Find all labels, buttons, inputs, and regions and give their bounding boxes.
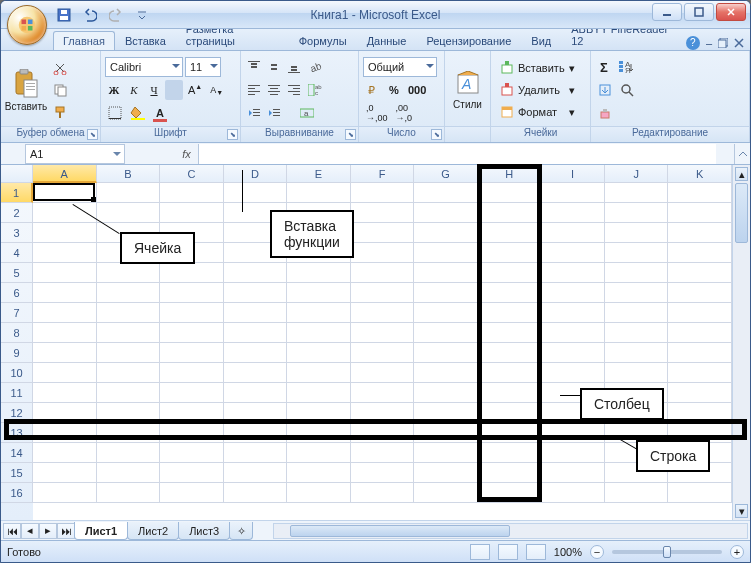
number-launcher-icon[interactable]: ⬊ (431, 129, 442, 140)
row-header-9[interactable]: 9 (1, 343, 33, 363)
align-middle-button[interactable] (265, 57, 283, 77)
wrap-text-button[interactable]: abc (305, 80, 325, 100)
formula-input[interactable] (199, 144, 716, 164)
sort-filter-button[interactable]: AЯ (615, 57, 637, 77)
view-layout-button[interactable] (498, 544, 518, 560)
tab-view[interactable]: Вид (521, 31, 561, 50)
insert-function-button[interactable]: fx (175, 144, 199, 164)
scroll-up-button[interactable]: ▴ (735, 167, 748, 181)
fill-button[interactable] (595, 80, 615, 100)
paste-button[interactable]: Вставить (5, 54, 47, 126)
qat-customize-button[interactable] (131, 5, 153, 25)
office-button[interactable] (7, 5, 47, 45)
vertical-scrollbar[interactable]: ▴ ▾ (732, 165, 750, 520)
mdi-restore-icon[interactable] (718, 38, 728, 48)
font-size-combo[interactable]: 11 (185, 57, 221, 77)
fill-color-button[interactable] (127, 103, 149, 123)
grow-font-button[interactable]: A▲ (185, 80, 205, 100)
format-painter-button[interactable] (50, 102, 70, 122)
col-header-F[interactable]: F (351, 165, 415, 183)
tab-review[interactable]: Рецензирование (416, 31, 521, 50)
zoom-slider[interactable] (612, 550, 722, 554)
row-header-14[interactable]: 14 (1, 443, 33, 463)
percent-button[interactable]: % (385, 80, 403, 100)
comma-button[interactable]: 000 (405, 80, 429, 100)
font-color-button[interactable]: A (151, 103, 169, 123)
qat-save-button[interactable] (53, 5, 75, 25)
clear-button[interactable] (595, 103, 615, 123)
cut-button[interactable] (50, 58, 70, 78)
row-header-1[interactable]: 1 (1, 183, 33, 203)
row-header-4[interactable]: 4 (1, 243, 33, 263)
column-headers[interactable]: ABCDEFGHIJK (33, 165, 732, 183)
alignment-launcher-icon[interactable]: ⬊ (345, 129, 356, 140)
col-header-C[interactable]: C (160, 165, 224, 183)
row-header-12[interactable]: 12 (1, 403, 33, 423)
currency-button[interactable]: ₽ (363, 80, 383, 100)
col-header-G[interactable]: G (414, 165, 478, 183)
border-button[interactable] (105, 103, 125, 123)
col-header-A[interactable]: A (33, 165, 97, 183)
merge-button[interactable]: a (285, 103, 329, 123)
row-header-16[interactable]: 16 (1, 483, 33, 503)
col-header-D[interactable]: D (224, 165, 288, 183)
styles-button[interactable]: A Стили (449, 54, 486, 126)
align-center-button[interactable] (265, 80, 283, 100)
row-header-13[interactable]: 13 (1, 423, 33, 443)
align-bottom-button[interactable] (285, 57, 303, 77)
align-top-button[interactable] (245, 57, 263, 77)
cells-format-button[interactable]: Формат▾ (495, 102, 580, 122)
align-right-button[interactable] (285, 80, 303, 100)
minimize-button[interactable] (652, 3, 682, 21)
increase-decimal-button[interactable]: ,0→,00 (363, 103, 391, 123)
qat-undo-button[interactable] (79, 5, 101, 25)
sheet-tab-1[interactable]: Лист1 (74, 522, 128, 540)
align-left-button[interactable] (245, 80, 263, 100)
select-all-corner[interactable] (1, 165, 33, 183)
row-header-10[interactable]: 10 (1, 363, 33, 383)
row-header-15[interactable]: 15 (1, 463, 33, 483)
col-header-B[interactable]: B (97, 165, 161, 183)
number-format-combo[interactable]: Общий (363, 57, 437, 77)
sheet-nav-prev[interactable]: ◂ (21, 523, 39, 539)
copy-button[interactable] (50, 80, 70, 100)
view-pagebreak-button[interactable] (526, 544, 546, 560)
autosum-button[interactable]: Σ (595, 57, 613, 77)
mdi-close-icon[interactable] (734, 38, 744, 48)
sheet-nav-first[interactable]: ⏮ (3, 523, 21, 539)
row-header-7[interactable]: 7 (1, 303, 33, 323)
zoom-out-button[interactable]: − (590, 545, 604, 559)
vscroll-thumb[interactable] (735, 183, 748, 243)
tab-formulas[interactable]: Формулы (289, 31, 357, 50)
clipboard-launcher-icon[interactable]: ⬊ (87, 129, 98, 140)
tab-insert[interactable]: Вставка (115, 31, 176, 50)
scroll-down-button[interactable]: ▾ (735, 504, 748, 518)
col-header-J[interactable]: J (605, 165, 669, 183)
row-header-11[interactable]: 11 (1, 383, 33, 403)
cells-insert-button[interactable]: Вставить▾ (495, 58, 580, 78)
horizontal-scrollbar[interactable] (273, 523, 748, 539)
shrink-font-button[interactable]: A▼ (207, 80, 226, 100)
zoom-level[interactable]: 100% (554, 546, 582, 558)
row-header-8[interactable]: 8 (1, 323, 33, 343)
italic-button[interactable]: К (125, 80, 143, 100)
sheet-tab-2[interactable]: Лист2 (127, 522, 179, 540)
row-header-2[interactable]: 2 (1, 203, 33, 223)
row-header-6[interactable]: 6 (1, 283, 33, 303)
close-button[interactable] (716, 3, 746, 21)
increase-indent-button[interactable] (265, 103, 283, 123)
decrease-indent-button[interactable] (245, 103, 263, 123)
sheet-tab-3[interactable]: Лист3 (178, 522, 230, 540)
view-normal-button[interactable] (470, 544, 490, 560)
sheet-nav-last[interactable]: ⏭ (57, 523, 75, 539)
hscroll-thumb[interactable] (290, 525, 510, 537)
bold-button[interactable]: Ж (105, 80, 123, 100)
col-header-E[interactable]: E (287, 165, 351, 183)
tab-home[interactable]: Главная (53, 31, 115, 50)
col-header-I[interactable]: I (541, 165, 605, 183)
sheet-nav-next[interactable]: ▸ (39, 523, 57, 539)
name-box[interactable]: A1 (25, 144, 125, 164)
row-header-3[interactable]: 3 (1, 223, 33, 243)
font-name-combo[interactable]: Calibri (105, 57, 183, 77)
help-icon[interactable]: ? (686, 36, 700, 50)
